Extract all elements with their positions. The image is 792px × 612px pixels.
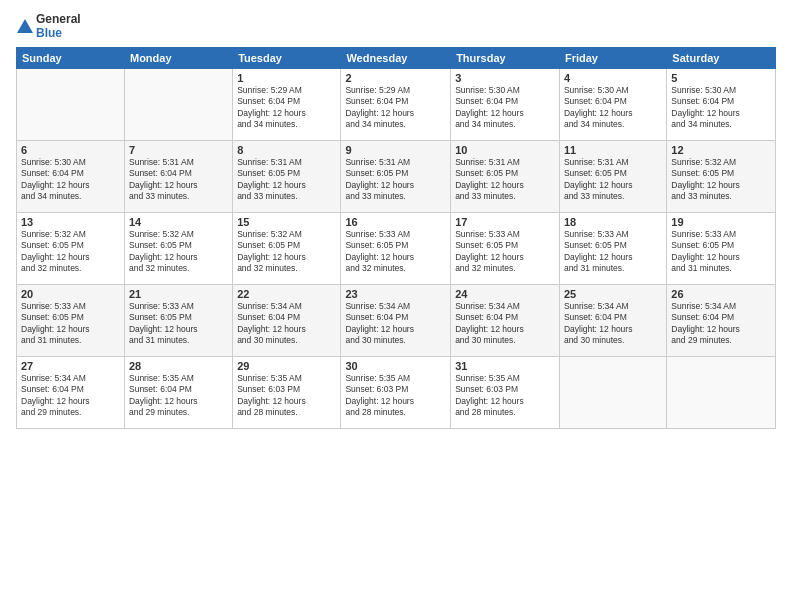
calendar-cell: 31Sunrise: 5:35 AMSunset: 6:03 PMDayligh… bbox=[451, 356, 560, 428]
day-info: Sunrise: 5:34 AMSunset: 6:04 PMDaylight:… bbox=[564, 301, 662, 347]
day-info: Sunrise: 5:29 AMSunset: 6:04 PMDaylight:… bbox=[237, 85, 336, 131]
day-number: 19 bbox=[671, 216, 771, 228]
logo-blue-text: Blue bbox=[36, 26, 81, 40]
calendar-cell: 12Sunrise: 5:32 AMSunset: 6:05 PMDayligh… bbox=[667, 140, 776, 212]
calendar-cell: 16Sunrise: 5:33 AMSunset: 6:05 PMDayligh… bbox=[341, 212, 451, 284]
day-number: 17 bbox=[455, 216, 555, 228]
calendar-cell: 24Sunrise: 5:34 AMSunset: 6:04 PMDayligh… bbox=[451, 284, 560, 356]
day-info: Sunrise: 5:34 AMSunset: 6:04 PMDaylight:… bbox=[671, 301, 771, 347]
calendar-cell bbox=[667, 356, 776, 428]
day-header-monday: Monday bbox=[124, 47, 232, 68]
calendar-week-4: 20Sunrise: 5:33 AMSunset: 6:05 PMDayligh… bbox=[17, 284, 776, 356]
day-number: 8 bbox=[237, 144, 336, 156]
day-number: 15 bbox=[237, 216, 336, 228]
calendar-cell: 11Sunrise: 5:31 AMSunset: 6:05 PMDayligh… bbox=[559, 140, 666, 212]
day-number: 26 bbox=[671, 288, 771, 300]
day-info: Sunrise: 5:32 AMSunset: 6:05 PMDaylight:… bbox=[129, 229, 228, 275]
day-info: Sunrise: 5:31 AMSunset: 6:05 PMDaylight:… bbox=[455, 157, 555, 203]
day-number: 28 bbox=[129, 360, 228, 372]
day-number: 14 bbox=[129, 216, 228, 228]
day-header-saturday: Saturday bbox=[667, 47, 776, 68]
day-number: 18 bbox=[564, 216, 662, 228]
day-number: 1 bbox=[237, 72, 336, 84]
day-number: 30 bbox=[345, 360, 446, 372]
day-number: 4 bbox=[564, 72, 662, 84]
calendar-week-5: 27Sunrise: 5:34 AMSunset: 6:04 PMDayligh… bbox=[17, 356, 776, 428]
day-header-thursday: Thursday bbox=[451, 47, 560, 68]
day-number: 31 bbox=[455, 360, 555, 372]
day-info: Sunrise: 5:34 AMSunset: 6:04 PMDaylight:… bbox=[455, 301, 555, 347]
day-info: Sunrise: 5:34 AMSunset: 6:04 PMDaylight:… bbox=[345, 301, 446, 347]
day-info: Sunrise: 5:33 AMSunset: 6:05 PMDaylight:… bbox=[345, 229, 446, 275]
day-info: Sunrise: 5:29 AMSunset: 6:04 PMDaylight:… bbox=[345, 85, 446, 131]
day-info: Sunrise: 5:30 AMSunset: 6:04 PMDaylight:… bbox=[455, 85, 555, 131]
day-info: Sunrise: 5:32 AMSunset: 6:05 PMDaylight:… bbox=[671, 157, 771, 203]
calendar-body: 1Sunrise: 5:29 AMSunset: 6:04 PMDaylight… bbox=[17, 68, 776, 428]
calendar-cell: 23Sunrise: 5:34 AMSunset: 6:04 PMDayligh… bbox=[341, 284, 451, 356]
page-header: General Blue bbox=[16, 12, 776, 41]
day-number: 12 bbox=[671, 144, 771, 156]
calendar-cell bbox=[17, 68, 125, 140]
day-info: Sunrise: 5:31 AMSunset: 6:05 PMDaylight:… bbox=[237, 157, 336, 203]
day-info: Sunrise: 5:33 AMSunset: 6:05 PMDaylight:… bbox=[129, 301, 228, 347]
calendar-cell: 21Sunrise: 5:33 AMSunset: 6:05 PMDayligh… bbox=[124, 284, 232, 356]
day-info: Sunrise: 5:33 AMSunset: 6:05 PMDaylight:… bbox=[21, 301, 120, 347]
logo: General Blue bbox=[16, 12, 81, 41]
day-info: Sunrise: 5:33 AMSunset: 6:05 PMDaylight:… bbox=[564, 229, 662, 275]
calendar-cell: 25Sunrise: 5:34 AMSunset: 6:04 PMDayligh… bbox=[559, 284, 666, 356]
calendar-cell: 20Sunrise: 5:33 AMSunset: 6:05 PMDayligh… bbox=[17, 284, 125, 356]
day-info: Sunrise: 5:30 AMSunset: 6:04 PMDaylight:… bbox=[671, 85, 771, 131]
calendar-cell bbox=[559, 356, 666, 428]
calendar-cell: 1Sunrise: 5:29 AMSunset: 6:04 PMDaylight… bbox=[233, 68, 341, 140]
day-info: Sunrise: 5:34 AMSunset: 6:04 PMDaylight:… bbox=[237, 301, 336, 347]
day-info: Sunrise: 5:33 AMSunset: 6:05 PMDaylight:… bbox=[455, 229, 555, 275]
calendar-cell: 18Sunrise: 5:33 AMSunset: 6:05 PMDayligh… bbox=[559, 212, 666, 284]
day-number: 22 bbox=[237, 288, 336, 300]
calendar-cell: 7Sunrise: 5:31 AMSunset: 6:04 PMDaylight… bbox=[124, 140, 232, 212]
calendar-cell: 19Sunrise: 5:33 AMSunset: 6:05 PMDayligh… bbox=[667, 212, 776, 284]
day-number: 3 bbox=[455, 72, 555, 84]
day-info: Sunrise: 5:30 AMSunset: 6:04 PMDaylight:… bbox=[564, 85, 662, 131]
calendar-cell: 28Sunrise: 5:35 AMSunset: 6:04 PMDayligh… bbox=[124, 356, 232, 428]
calendar-week-2: 6Sunrise: 5:30 AMSunset: 6:04 PMDaylight… bbox=[17, 140, 776, 212]
calendar-cell: 13Sunrise: 5:32 AMSunset: 6:05 PMDayligh… bbox=[17, 212, 125, 284]
day-info: Sunrise: 5:30 AMSunset: 6:04 PMDaylight:… bbox=[21, 157, 120, 203]
day-number: 10 bbox=[455, 144, 555, 156]
calendar-cell: 4Sunrise: 5:30 AMSunset: 6:04 PMDaylight… bbox=[559, 68, 666, 140]
day-header-sunday: Sunday bbox=[17, 47, 125, 68]
calendar-cell bbox=[124, 68, 232, 140]
day-number: 6 bbox=[21, 144, 120, 156]
day-number: 29 bbox=[237, 360, 336, 372]
calendar-cell: 6Sunrise: 5:30 AMSunset: 6:04 PMDaylight… bbox=[17, 140, 125, 212]
day-number: 25 bbox=[564, 288, 662, 300]
day-number: 9 bbox=[345, 144, 446, 156]
day-info: Sunrise: 5:32 AMSunset: 6:05 PMDaylight:… bbox=[237, 229, 336, 275]
day-info: Sunrise: 5:31 AMSunset: 6:04 PMDaylight:… bbox=[129, 157, 228, 203]
calendar-cell: 26Sunrise: 5:34 AMSunset: 6:04 PMDayligh… bbox=[667, 284, 776, 356]
day-info: Sunrise: 5:32 AMSunset: 6:05 PMDaylight:… bbox=[21, 229, 120, 275]
day-info: Sunrise: 5:31 AMSunset: 6:05 PMDaylight:… bbox=[345, 157, 446, 203]
calendar-cell: 2Sunrise: 5:29 AMSunset: 6:04 PMDaylight… bbox=[341, 68, 451, 140]
day-info: Sunrise: 5:35 AMSunset: 6:03 PMDaylight:… bbox=[237, 373, 336, 419]
day-number: 2 bbox=[345, 72, 446, 84]
day-info: Sunrise: 5:35 AMSunset: 6:03 PMDaylight:… bbox=[455, 373, 555, 419]
day-info: Sunrise: 5:33 AMSunset: 6:05 PMDaylight:… bbox=[671, 229, 771, 275]
day-number: 7 bbox=[129, 144, 228, 156]
calendar-cell: 29Sunrise: 5:35 AMSunset: 6:03 PMDayligh… bbox=[233, 356, 341, 428]
calendar-cell: 8Sunrise: 5:31 AMSunset: 6:05 PMDaylight… bbox=[233, 140, 341, 212]
day-info: Sunrise: 5:31 AMSunset: 6:05 PMDaylight:… bbox=[564, 157, 662, 203]
day-header-friday: Friday bbox=[559, 47, 666, 68]
calendar-week-1: 1Sunrise: 5:29 AMSunset: 6:04 PMDaylight… bbox=[17, 68, 776, 140]
day-headers-row: SundayMondayTuesdayWednesdayThursdayFrid… bbox=[17, 47, 776, 68]
day-number: 20 bbox=[21, 288, 120, 300]
logo-general-text: General bbox=[36, 12, 81, 26]
day-number: 16 bbox=[345, 216, 446, 228]
calendar-table: SundayMondayTuesdayWednesdayThursdayFrid… bbox=[16, 47, 776, 429]
day-header-wednesday: Wednesday bbox=[341, 47, 451, 68]
calendar-cell: 22Sunrise: 5:34 AMSunset: 6:04 PMDayligh… bbox=[233, 284, 341, 356]
day-info: Sunrise: 5:35 AMSunset: 6:04 PMDaylight:… bbox=[129, 373, 228, 419]
day-number: 21 bbox=[129, 288, 228, 300]
calendar-cell: 15Sunrise: 5:32 AMSunset: 6:05 PMDayligh… bbox=[233, 212, 341, 284]
day-number: 27 bbox=[21, 360, 120, 372]
calendar-week-3: 13Sunrise: 5:32 AMSunset: 6:05 PMDayligh… bbox=[17, 212, 776, 284]
